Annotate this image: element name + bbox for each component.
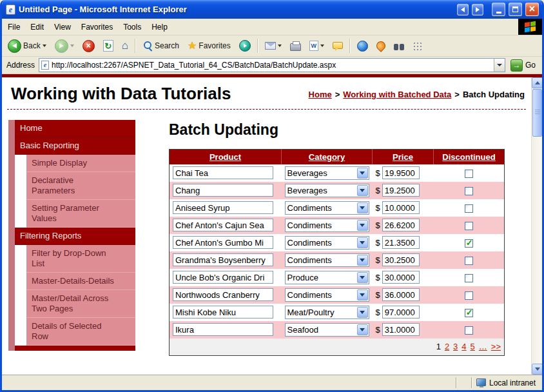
price-input[interactable] bbox=[382, 236, 420, 249]
chevron-down-icon[interactable] bbox=[357, 272, 368, 283]
category-select[interactable]: Condiments bbox=[285, 219, 369, 232]
sidebar-item-filter-by-drop-down-list[interactable]: Filter by Drop-Down List bbox=[26, 245, 135, 273]
product-name-input[interactable] bbox=[173, 236, 273, 249]
discuss-button[interactable] bbox=[329, 41, 347, 52]
discontinued-checkbox[interactable] bbox=[465, 170, 473, 178]
column-sort-link-price[interactable]: Price bbox=[393, 152, 413, 162]
product-name-input[interactable] bbox=[173, 306, 273, 318]
category-select[interactable]: Seafood bbox=[285, 323, 369, 337]
product-name-input[interactable] bbox=[173, 288, 273, 301]
title-bar[interactable]: Untitled Page - Microsoft Internet Explo… bbox=[2, 0, 542, 19]
chevron-down-icon[interactable] bbox=[357, 255, 368, 266]
category-select[interactable]: Beverages bbox=[285, 184, 369, 197]
minimize-button[interactable] bbox=[492, 3, 505, 16]
forward-button[interactable] bbox=[51, 37, 78, 55]
chevron-down-icon[interactable] bbox=[357, 237, 368, 248]
edit-button[interactable] bbox=[306, 38, 328, 54]
price-input[interactable] bbox=[382, 306, 420, 318]
discontinued-checkbox[interactable] bbox=[465, 204, 473, 213]
sidebar-item-master-details-details[interactable]: Master-Details-Details bbox=[26, 273, 135, 290]
pager-link-6[interactable]: … bbox=[479, 342, 487, 351]
category-select[interactable]: Condiments bbox=[285, 201, 369, 215]
favorites-button[interactable]: Favorites bbox=[184, 37, 235, 54]
vertical-scrollbar[interactable] bbox=[531, 77, 542, 375]
column-sort-link-product[interactable]: Product bbox=[209, 152, 241, 162]
tiles-button[interactable] bbox=[409, 39, 426, 54]
pager-link-4[interactable]: 4 bbox=[461, 342, 466, 351]
category-select[interactable]: Condiments bbox=[285, 253, 369, 267]
price-input[interactable] bbox=[382, 219, 420, 231]
category-select[interactable]: Condiments bbox=[285, 236, 369, 250]
chevron-down-icon[interactable] bbox=[357, 220, 368, 231]
menu-item-help[interactable]: Help bbox=[146, 20, 173, 34]
discontinued-checkbox[interactable] bbox=[465, 257, 473, 265]
discontinued-checkbox[interactable] bbox=[465, 309, 473, 317]
pager-link-5[interactable]: 5 bbox=[471, 342, 475, 351]
discontinued-checkbox[interactable] bbox=[465, 239, 473, 248]
scroll-up-button[interactable] bbox=[532, 77, 542, 88]
chevron-down-icon[interactable] bbox=[357, 289, 368, 300]
scrollbar-thumb[interactable] bbox=[532, 89, 542, 137]
menu-item-view[interactable]: View bbox=[49, 20, 76, 34]
column-sort-link-category[interactable]: Category bbox=[309, 152, 345, 162]
category-select[interactable]: Meat/Poultry bbox=[285, 306, 369, 319]
titlebar-nav-left-button[interactable] bbox=[457, 4, 469, 15]
sidebar-item-simple-display[interactable]: Simple Display bbox=[26, 155, 135, 172]
sidebar-section-filtering-reports[interactable]: Filtering Reports bbox=[15, 228, 135, 245]
refresh-button[interactable] bbox=[99, 37, 117, 54]
home-button[interactable] bbox=[118, 37, 132, 54]
product-name-input[interactable] bbox=[173, 184, 273, 197]
maximize-button[interactable] bbox=[509, 3, 522, 16]
price-input[interactable] bbox=[382, 288, 420, 301]
stop-button[interactable] bbox=[79, 37, 99, 55]
chevron-down-icon[interactable] bbox=[357, 307, 368, 318]
menu-item-favorites[interactable]: Favorites bbox=[76, 20, 118, 34]
scroll-down-button[interactable] bbox=[532, 364, 542, 375]
sidebar-section-home[interactable]: Home bbox=[15, 120, 135, 137]
breadcrumb-home[interactable]: Home bbox=[309, 90, 332, 99]
go-button[interactable]: Go bbox=[509, 59, 540, 72]
pager-link-3[interactable]: 3 bbox=[453, 342, 458, 351]
messenger-button[interactable] bbox=[353, 38, 372, 54]
menu-item-tools[interactable]: Tools bbox=[118, 20, 146, 34]
chevron-down-icon[interactable] bbox=[357, 202, 368, 213]
research-button[interactable] bbox=[390, 39, 408, 53]
product-name-input[interactable] bbox=[173, 271, 273, 284]
menu-item-edit[interactable]: Edit bbox=[25, 20, 49, 34]
msn-button[interactable] bbox=[373, 39, 389, 53]
price-input[interactable] bbox=[382, 271, 420, 284]
sidebar-item-declarative-parameters[interactable]: Declarative Parameters bbox=[26, 172, 135, 200]
product-name-input[interactable] bbox=[173, 323, 273, 336]
product-name-input[interactable] bbox=[173, 166, 273, 179]
breadcrumb-working-with-batched-data[interactable]: Working with Batched Data bbox=[343, 90, 451, 99]
chevron-down-icon[interactable] bbox=[357, 185, 368, 196]
price-input[interactable] bbox=[382, 253, 420, 266]
discontinued-checkbox[interactable] bbox=[465, 187, 473, 195]
search-button[interactable]: Search bbox=[139, 38, 183, 54]
menu-item-file[interactable]: File bbox=[3, 20, 25, 34]
product-name-input[interactable] bbox=[173, 219, 273, 231]
sidebar-item-details-of-selected-row[interactable]: Details of Selected Row bbox=[26, 318, 135, 346]
close-button[interactable] bbox=[525, 3, 539, 16]
media-button[interactable] bbox=[235, 37, 255, 54]
price-input[interactable] bbox=[382, 166, 420, 179]
discontinued-checkbox[interactable] bbox=[465, 274, 473, 282]
print-button[interactable] bbox=[286, 39, 305, 54]
price-input[interactable] bbox=[382, 323, 420, 336]
discontinued-checkbox[interactable] bbox=[465, 291, 473, 300]
pager-link-2[interactable]: 2 bbox=[445, 342, 449, 351]
category-select[interactable]: Beverages bbox=[285, 166, 369, 180]
chevron-down-icon[interactable] bbox=[357, 168, 368, 179]
discontinued-checkbox[interactable] bbox=[465, 222, 473, 230]
address-input[interactable]: http://localhost:2267/ASPNET_Data_Tutori… bbox=[39, 58, 505, 72]
pager-link-7[interactable]: >> bbox=[491, 342, 501, 351]
column-sort-link-discontinued[interactable]: Discontinued bbox=[442, 152, 495, 162]
back-button[interactable]: Back bbox=[4, 37, 50, 55]
titlebar-nav-right-button[interactable] bbox=[472, 4, 483, 15]
product-name-input[interactable] bbox=[173, 201, 273, 214]
category-select[interactable]: Condiments bbox=[285, 288, 369, 302]
price-input[interactable] bbox=[382, 201, 420, 214]
product-name-input[interactable] bbox=[173, 253, 273, 266]
discontinued-checkbox[interactable] bbox=[465, 326, 473, 335]
mail-button[interactable] bbox=[261, 39, 286, 52]
